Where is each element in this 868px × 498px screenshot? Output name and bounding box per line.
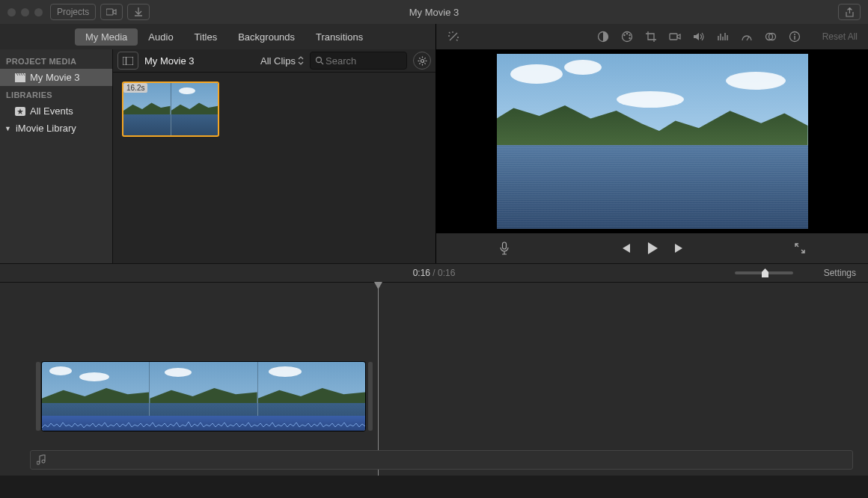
svg-rect-0 bbox=[106, 9, 113, 15]
clip-handle-left[interactable] bbox=[36, 362, 40, 431]
speedometer-icon bbox=[741, 31, 753, 42]
color-correction-button[interactable] bbox=[620, 30, 634, 43]
titlebar: Projects My Movie 3 bbox=[0, 0, 868, 24]
import-media-button[interactable] bbox=[100, 4, 123, 20]
speaker-icon bbox=[693, 31, 705, 42]
clips-area[interactable]: 16.2s bbox=[113, 73, 435, 263]
zoom-window-icon[interactable] bbox=[34, 8, 43, 16]
settings-gear-button[interactable] bbox=[413, 52, 431, 70]
crop-icon bbox=[645, 31, 657, 43]
window-title: My Movie 3 bbox=[409, 7, 459, 18]
tab-transitions[interactable]: Transitions bbox=[305, 28, 373, 46]
transport-controls bbox=[436, 233, 868, 263]
media-browser: My Media Audio Titles Backgrounds Transi… bbox=[0, 24, 436, 263]
contrast-icon bbox=[597, 31, 609, 43]
svg-line-29 bbox=[747, 37, 749, 40]
record-voiceover-button[interactable] bbox=[499, 242, 510, 255]
browser-sidebar: PROJECT MEDIA My Movie 3 LIBRARIES All E… bbox=[0, 49, 113, 263]
svg-point-6 bbox=[317, 58, 322, 63]
sidebar-item-imovie-library[interactable]: ▼ iMovie Library bbox=[0, 120, 112, 137]
clip-filter-button[interactable] bbox=[764, 30, 777, 43]
zoom-slider-knob[interactable] bbox=[762, 268, 768, 277]
info-button[interactable] bbox=[788, 30, 801, 43]
svg-point-22 bbox=[623, 34, 625, 36]
skip-back-icon bbox=[620, 243, 632, 253]
timeline-settings-button[interactable]: Settings bbox=[824, 268, 856, 278]
svg-rect-23 bbox=[670, 34, 677, 40]
svg-line-16 bbox=[424, 58, 425, 58]
timecode-display: 0:16 / 0:16 bbox=[413, 268, 456, 278]
search-icon bbox=[315, 56, 324, 65]
play-button[interactable] bbox=[647, 242, 658, 255]
noise-reduction-button[interactable] bbox=[716, 30, 730, 43]
tab-my-media[interactable]: My Media bbox=[75, 28, 138, 46]
star-icon bbox=[15, 107, 25, 116]
sidebar-item-all-events[interactable]: All Events bbox=[0, 102, 112, 120]
timeline[interactable] bbox=[0, 282, 868, 476]
audio-track-well[interactable] bbox=[30, 450, 853, 470]
equalizer-icon bbox=[717, 31, 729, 42]
download-button[interactable] bbox=[127, 4, 150, 20]
tab-audio[interactable]: Audio bbox=[138, 28, 183, 46]
svg-rect-1 bbox=[15, 76, 25, 82]
disclosure-triangle-icon[interactable]: ▼ bbox=[4, 125, 11, 132]
svg-point-8 bbox=[421, 59, 424, 62]
color-balance-button[interactable] bbox=[596, 30, 610, 43]
gear-icon bbox=[418, 56, 427, 66]
svg-line-14 bbox=[424, 63, 425, 64]
viewer-panel: Reset All bbox=[436, 24, 868, 263]
svg-rect-35 bbox=[503, 242, 507, 249]
search-input[interactable] bbox=[324, 55, 387, 67]
tab-backgrounds[interactable]: Backgrounds bbox=[227, 28, 305, 46]
fullscreen-button[interactable] bbox=[795, 243, 805, 253]
close-window-icon[interactable] bbox=[7, 8, 16, 16]
skip-forward-icon bbox=[673, 243, 685, 253]
svg-point-21 bbox=[629, 37, 630, 39]
play-icon bbox=[647, 242, 658, 255]
audio-waveform bbox=[42, 416, 365, 431]
tab-titles[interactable]: Titles bbox=[184, 28, 228, 46]
zoom-slider[interactable] bbox=[735, 271, 793, 274]
previous-button[interactable] bbox=[620, 243, 632, 253]
playhead[interactable] bbox=[378, 283, 379, 476]
projects-button[interactable]: Projects bbox=[50, 4, 96, 20]
preview-frame bbox=[497, 54, 808, 229]
enhance-button[interactable] bbox=[447, 30, 460, 43]
camera-icon bbox=[669, 31, 681, 42]
clips-filter-dropdown[interactable]: All Clips bbox=[260, 55, 304, 67]
crop-button[interactable] bbox=[644, 30, 658, 43]
timeline-clip[interactable] bbox=[42, 362, 365, 431]
browser-content: My Movie 3 All Clips 16.2s bbox=[113, 49, 435, 263]
sidebar-item-project[interactable]: My Movie 3 bbox=[0, 69, 112, 86]
expand-icon bbox=[795, 243, 805, 253]
speed-button[interactable] bbox=[740, 30, 754, 43]
clapperboard-icon bbox=[15, 73, 25, 82]
stabilization-button[interactable] bbox=[668, 30, 682, 43]
libraries-header: LIBRARIES bbox=[0, 86, 112, 102]
svg-line-15 bbox=[419, 63, 420, 64]
timeline-header: 0:16 / 0:16 Settings bbox=[0, 263, 868, 282]
svg-point-20 bbox=[629, 34, 630, 36]
palette-icon bbox=[621, 31, 633, 43]
next-button[interactable] bbox=[673, 243, 685, 253]
music-note-icon bbox=[37, 455, 46, 465]
svg-rect-4 bbox=[123, 57, 133, 65]
share-button[interactable] bbox=[838, 4, 861, 20]
chevrons-icon bbox=[298, 56, 304, 65]
clip-handle-right[interactable] bbox=[368, 362, 373, 431]
preview-viewer[interactable] bbox=[436, 49, 868, 233]
overlap-circles-icon bbox=[765, 31, 777, 42]
search-field[interactable] bbox=[310, 52, 407, 70]
clip-duration-badge: 16.2s bbox=[123, 83, 147, 93]
content-title: My Movie 3 bbox=[144, 55, 194, 67]
volume-button[interactable] bbox=[692, 30, 706, 43]
reset-all-button[interactable]: Reset All bbox=[822, 31, 858, 42]
toggle-sidebar-button[interactable] bbox=[117, 52, 138, 70]
clip-thumbnail[interactable]: 16.2s bbox=[122, 82, 219, 137]
browser-tabs: My Media Audio Titles Backgrounds Transi… bbox=[0, 24, 435, 49]
info-icon bbox=[789, 31, 801, 43]
minimize-window-icon[interactable] bbox=[21, 8, 29, 16]
svg-point-33 bbox=[794, 34, 795, 35]
sidebar-item-label: iMovie Library bbox=[16, 123, 76, 134]
wand-icon bbox=[447, 30, 460, 43]
